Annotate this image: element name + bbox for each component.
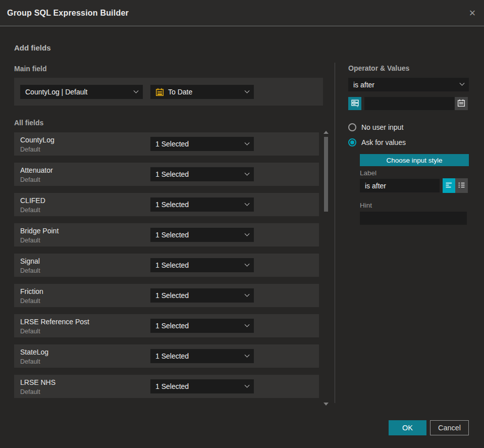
hint-field-label: Hint bbox=[360, 202, 372, 209]
input-style-list-button[interactable] bbox=[455, 178, 468, 193]
main-field-type-dropdown[interactable]: To Date bbox=[150, 85, 254, 99]
field-sublabel: Default bbox=[20, 146, 40, 153]
chevron-down-icon bbox=[460, 81, 465, 86]
operator-dropdown-value: is after bbox=[353, 81, 456, 89]
chevron-down-icon bbox=[134, 88, 139, 93]
field-name: CLIFED bbox=[20, 196, 45, 205]
field-name: Bridge Point bbox=[20, 227, 59, 235]
field-name: LRSE NHS bbox=[20, 378, 56, 386]
radio-label: No user input bbox=[361, 123, 403, 131]
field-selected-dropdown[interactable]: 1 Selected bbox=[150, 228, 254, 242]
field-row: FrictionDefault1 Selected bbox=[14, 284, 319, 307]
all-fields-heading: All fields bbox=[14, 119, 43, 127]
selected-count-label: 1 Selected bbox=[155, 231, 241, 239]
cancel-button[interactable]: Cancel bbox=[430, 420, 469, 435]
label-field-label: Label bbox=[360, 169, 377, 177]
operator-dropdown[interactable]: is after bbox=[348, 78, 469, 91]
selected-count-label: 1 Selected bbox=[155, 170, 241, 178]
chevron-down-icon bbox=[245, 352, 250, 357]
selected-count-label: 1 Selected bbox=[155, 140, 241, 148]
dialog-title: Group SQL Expression Builder bbox=[7, 9, 129, 18]
align-left-icon bbox=[445, 181, 453, 190]
chevron-down-icon bbox=[245, 140, 250, 145]
list-icon bbox=[458, 181, 465, 190]
input-type-icon bbox=[351, 98, 359, 109]
main-field-panel: CountyLog | Default To Date bbox=[14, 78, 323, 106]
panel-divider bbox=[335, 63, 335, 403]
input-style-align-left-button[interactable] bbox=[443, 178, 455, 193]
chevron-down-icon bbox=[245, 88, 250, 93]
chevron-down-icon bbox=[245, 322, 250, 327]
hint-input[interactable] bbox=[360, 212, 467, 225]
radio-circle-icon bbox=[348, 123, 356, 131]
titlebar: Group SQL Expression Builder × bbox=[0, 0, 484, 26]
operator-values-heading: Operator & Values bbox=[348, 64, 409, 72]
value-input-type-button[interactable] bbox=[348, 97, 361, 110]
all-fields-list: CountyLogDefault1 SelectedAttenuatorDefa… bbox=[14, 132, 319, 405]
field-row: SignalDefault1 Selected bbox=[14, 254, 319, 277]
main-field-type-value: To Date bbox=[168, 88, 241, 96]
field-selected-dropdown[interactable]: 1 Selected bbox=[150, 137, 254, 151]
radio-label: Ask for values bbox=[361, 138, 406, 146]
scroll-up-icon[interactable] bbox=[324, 131, 329, 134]
ok-button[interactable]: OK bbox=[389, 420, 426, 435]
field-sublabel: Default bbox=[20, 176, 40, 183]
field-selected-dropdown[interactable]: 1 Selected bbox=[150, 379, 254, 393]
field-selected-dropdown[interactable]: 1 Selected bbox=[150, 167, 254, 181]
value-calendar-button[interactable] bbox=[455, 97, 468, 110]
field-sublabel: Default bbox=[20, 237, 40, 244]
calendar-icon bbox=[457, 99, 465, 109]
field-sublabel: Default bbox=[20, 358, 40, 365]
field-name: Friction bbox=[20, 287, 43, 295]
chevron-down-icon bbox=[245, 201, 250, 206]
field-sublabel: Default bbox=[20, 388, 40, 395]
selected-count-label: 1 Selected bbox=[155, 382, 241, 390]
field-name: Attenuator bbox=[20, 166, 53, 174]
value-input[interactable] bbox=[364, 97, 455, 110]
field-selected-dropdown[interactable]: 1 Selected bbox=[150, 349, 254, 363]
selected-count-label: 1 Selected bbox=[155, 201, 241, 209]
field-row: CountyLogDefault1 Selected bbox=[14, 132, 319, 156]
chevron-down-icon bbox=[245, 231, 250, 236]
field-selected-dropdown[interactable]: 1 Selected bbox=[150, 319, 254, 333]
selected-count-label: 1 Selected bbox=[155, 352, 241, 360]
main-field-heading: Main field bbox=[14, 65, 47, 73]
field-sublabel: Default bbox=[20, 267, 40, 274]
field-selected-dropdown[interactable]: 1 Selected bbox=[150, 258, 254, 272]
label-input[interactable] bbox=[360, 179, 440, 192]
chevron-down-icon bbox=[245, 291, 250, 296]
field-sublabel: Default bbox=[20, 328, 40, 335]
choose-input-style-button[interactable]: Choose input style bbox=[360, 154, 469, 166]
field-name: LRSE Reference Post bbox=[20, 318, 89, 326]
field-sublabel: Default bbox=[20, 207, 40, 214]
radio-ask-for-values[interactable]: Ask for values bbox=[348, 138, 406, 146]
field-row: StateLogDefault1 Selected bbox=[14, 344, 319, 368]
close-icon[interactable]: × bbox=[466, 7, 479, 20]
radio-circle-icon bbox=[348, 138, 356, 146]
selected-count-label: 1 Selected bbox=[155, 261, 241, 269]
field-row: AttenuatorDefault1 Selected bbox=[14, 163, 319, 186]
group-sql-expression-builder-dialog: Group SQL Expression Builder × Add field… bbox=[0, 0, 484, 448]
main-field-dropdown-value: CountyLog | Default bbox=[25, 88, 130, 96]
field-name: CountyLog bbox=[20, 136, 55, 144]
field-selected-dropdown[interactable]: 1 Selected bbox=[150, 288, 254, 303]
field-row: LRSE Reference PostDefault1 Selected bbox=[14, 314, 319, 337]
field-name: Signal bbox=[20, 257, 40, 265]
add-fields-heading: Add fields bbox=[14, 43, 51, 52]
selected-count-label: 1 Selected bbox=[155, 322, 241, 330]
field-sublabel: Default bbox=[20, 297, 40, 305]
field-selected-dropdown[interactable]: 1 Selected bbox=[150, 197, 254, 212]
calendar-icon bbox=[155, 88, 164, 96]
main-field-dropdown[interactable]: CountyLog | Default bbox=[20, 85, 143, 99]
field-row: CLIFEDDefault1 Selected bbox=[14, 193, 319, 216]
field-row: LRSE NHSDefault1 Selected bbox=[14, 375, 319, 398]
scroll-down-icon[interactable] bbox=[324, 403, 329, 406]
chevron-down-icon bbox=[245, 382, 250, 387]
list-scrollbar[interactable] bbox=[323, 130, 329, 407]
chevron-down-icon bbox=[245, 170, 250, 175]
chevron-down-icon bbox=[245, 261, 250, 266]
field-row: Bridge PointDefault1 Selected bbox=[14, 223, 319, 246]
scrollbar-thumb[interactable] bbox=[324, 137, 328, 212]
radio-no-user-input[interactable]: No user input bbox=[348, 123, 403, 131]
selected-count-label: 1 Selected bbox=[155, 291, 241, 300]
